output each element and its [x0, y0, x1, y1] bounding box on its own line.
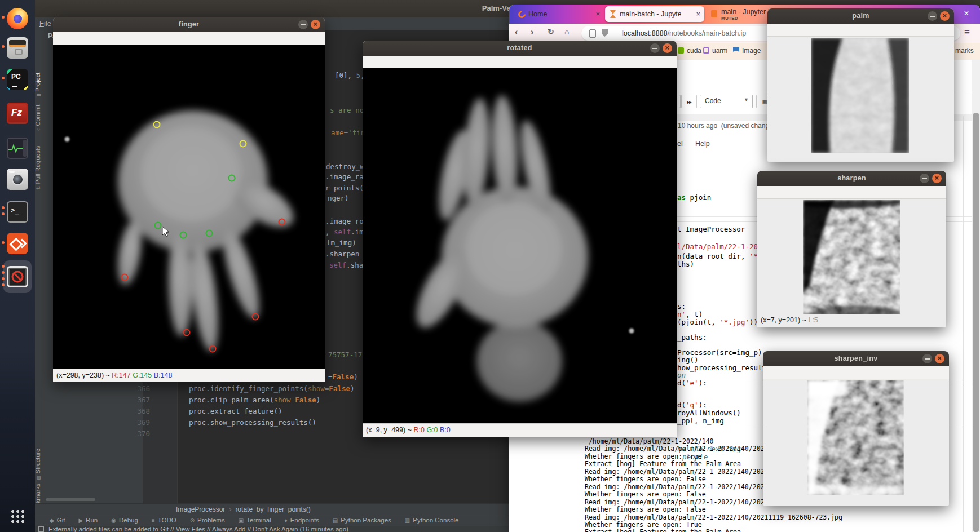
scrollbar-thumb[interactable]	[973, 113, 979, 532]
log-line: Read img: /home/ml/Data/palm/22-1-2022/1…	[585, 514, 842, 521]
sharpen-inv-window: sharpen_inv	[763, 351, 949, 506]
finger-toolbar	[53, 32, 325, 45]
close-icon[interactable]	[932, 174, 942, 183]
forward-icon[interactable]: ›	[531, 27, 533, 37]
palm-titlebar[interactable]: palm	[767, 8, 954, 24]
firefox-icon[interactable]	[7, 8, 28, 29]
file-manager-icon[interactable]	[7, 37, 28, 59]
camera-icon[interactable]	[7, 169, 28, 190]
notebook-container-border	[963, 116, 964, 532]
deployment-tool-icon[interactable]	[7, 233, 28, 254]
code-fragment: self.shar	[329, 261, 368, 271]
sharpen-inv-image[interactable]	[807, 380, 904, 495]
finger-hand-graphic	[53, 45, 325, 369]
code-fragment: _ppl, n_img	[677, 416, 724, 425]
bookmark-cuda[interactable]: cuda	[678, 47, 701, 55]
close-icon[interactable]	[935, 354, 944, 363]
tool-icon: ▣	[239, 517, 244, 524]
palm-image[interactable]	[811, 38, 909, 153]
running-indicator	[2, 206, 5, 219]
hamburger-menu-icon[interactable]: ≡	[964, 27, 970, 38]
statusbar-tool[interactable]: ♦Endpoints	[285, 517, 319, 524]
cuda-favicon	[678, 47, 684, 54]
statusbar-tool[interactable]: ▥Python Console	[405, 517, 459, 524]
sharpen-inv-titlebar[interactable]: sharpen_inv	[763, 351, 949, 367]
code-fragment: s:	[677, 302, 686, 311]
code-fragment: n', t)	[677, 310, 703, 318]
code-fragment: lm_img)	[326, 238, 356, 249]
back-icon[interactable]: ‹	[515, 27, 518, 37]
pixel-readout: R:147	[112, 371, 130, 379]
close-icon[interactable]	[663, 43, 672, 53]
palm-texture-graphic	[811, 38, 909, 153]
statusbar-tool[interactable]: ▤Python Packages	[333, 517, 391, 524]
tool-icon: ▶	[78, 517, 83, 524]
close-icon[interactable]	[940, 11, 950, 21]
terminal-icon[interactable]: >_	[7, 201, 28, 223]
code-fragment: 75757-175	[328, 351, 367, 361]
pycharm-icon[interactable]: PC	[7, 69, 28, 90]
run-all-button[interactable]	[681, 95, 697, 108]
sharpen-texture-graphic	[803, 200, 900, 316]
minimize-icon[interactable]	[928, 11, 937, 21]
code-fragment: r_points(	[325, 184, 364, 194]
filezilla-icon[interactable]: Fz	[7, 103, 28, 124]
bookmarks-overflow[interactable]: marks	[955, 47, 974, 55]
tab-main-batch[interactable]: main-batch - Jupyte ×	[605, 6, 704, 22]
log-line: Extract [hog] Feature from the Palm Area	[585, 529, 842, 532]
rotated-image[interactable]	[363, 68, 677, 424]
image-dot	[629, 329, 634, 334]
finger-keypoint	[279, 219, 286, 226]
rotated-statusbar: (x=9, y=499) ~ R:0 G:0 B:0	[363, 423, 677, 437]
minimize-icon[interactable]	[650, 43, 660, 53]
finger-keypoint	[153, 121, 161, 128]
system-monitor-icon[interactable]	[7, 138, 28, 159]
checkbox-icon[interactable]	[38, 526, 44, 532]
finger-keypoint	[252, 313, 259, 321]
bookmark-folder-uarm[interactable]: uarm	[703, 47, 727, 55]
statusbar-tool[interactable]: ▣Terminal	[239, 517, 271, 524]
sharpen-titlebar[interactable]: sharpen	[757, 171, 946, 187]
code-fragment: royAllWindows()	[677, 409, 741, 417]
window-close-icon[interactable]: ×	[961, 8, 972, 19]
tab-home[interactable]: Home ×	[514, 6, 604, 22]
code-fragment: _paths:	[677, 333, 707, 342]
finger-keypoint	[121, 274, 129, 281]
minimize-icon[interactable]	[920, 174, 929, 183]
code-fragment: n(data_root_dir, '*')	[677, 252, 766, 260]
running-indicator	[2, 241, 5, 247]
home-icon[interactable]: ⌂	[564, 27, 569, 36]
show-applications-icon[interactable]	[10, 508, 24, 523]
tab-close-icon[interactable]: ×	[696, 10, 700, 18]
finger-keypoint	[180, 232, 187, 239]
breadcrumb[interactable]: ImageProcessor›rotate_by_finger_points()	[176, 506, 311, 513]
pixel-readout: R:0	[413, 426, 424, 434]
minimize-icon[interactable]	[298, 20, 308, 29]
running-indicator	[2, 16, 5, 22]
statusbar-tool[interactable]: ◉Debug	[111, 517, 138, 524]
image-viewer-icon[interactable]	[7, 266, 28, 287]
rotated-titlebar[interactable]: rotated	[363, 41, 677, 56]
statusbar-tool[interactable]: ⊘Problems	[190, 517, 225, 524]
statusbar-tool[interactable]: ◆Git	[50, 517, 65, 524]
sharpen-image[interactable]	[803, 200, 900, 316]
dock: PC Fz >_	[0, 0, 35, 532]
finger-image[interactable]	[53, 45, 325, 369]
code-fragment: l/Data/palm/22-1-2022	[677, 242, 766, 251]
minimize-icon[interactable]	[922, 354, 932, 363]
reload-icon[interactable]: ↻	[548, 27, 554, 36]
close-icon[interactable]	[311, 20, 320, 29]
cell-type-select[interactable]: Code▼	[700, 95, 753, 108]
bookmark-image[interactable]: Image	[733, 47, 761, 55]
pixel-readout: L:5	[808, 316, 818, 324]
rotated-toolbar	[363, 56, 677, 69]
finger-titlebar[interactable]: finger	[53, 17, 325, 33]
tool-icon: ♦	[285, 517, 288, 524]
pixel-readout: B:0	[440, 426, 451, 434]
shield-icon[interactable]	[602, 29, 608, 37]
flag-icon	[733, 47, 739, 54]
statusbar-tool[interactable]: ≡TODO	[152, 517, 176, 524]
tab-close-icon[interactable]: ×	[595, 10, 600, 18]
statusbar-tool[interactable]: ▶Run	[78, 517, 98, 524]
tool-icon: ▥	[405, 517, 410, 524]
